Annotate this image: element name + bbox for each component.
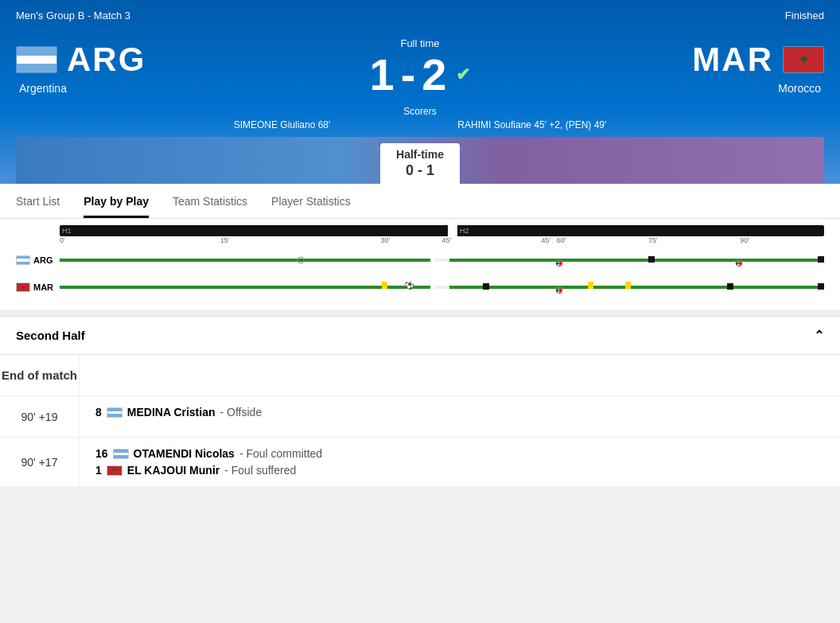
end-match-label: End of match [2, 368, 77, 382]
otamendi-event-type: - Foul committed [239, 447, 322, 460]
event-row-9017: 90' +17 16 OTAMENDI Nicolas - Foul commi… [0, 438, 840, 487]
morocco-star: ✦ [798, 51, 810, 68]
argentina-flag [17, 47, 56, 72]
otamendi-flag [113, 449, 129, 459]
event-detail-9017: 16 OTAMENDI Nicolas - Foul committed 1 ✦… [80, 438, 338, 486]
tab-team-statistics[interactable]: Team Statistics [173, 184, 247, 218]
mar-yellow-h2 [588, 282, 593, 289]
team-away: ✦ MAR Morocco [665, 41, 824, 95]
arg-track-h2 [449, 259, 824, 262]
mar-timeline-row: ✦ MAR ⚽ [16, 275, 824, 300]
team-away-info: ✦ MAR [692, 41, 824, 79]
scorers-row: SIMEONE Giuliano 68' RAHIMI Soufiane 45'… [16, 119, 824, 130]
medina-number: 8 [95, 406, 102, 419]
match-info: Men's Group B - Match 3 [16, 10, 130, 21]
match-header: Men's Group B - Match 3 Finished ARG Arg… [0, 0, 840, 184]
score-away: 2 [422, 53, 446, 97]
match-meta: Men's Group B - Match 3 Finished [16, 10, 824, 21]
half2-label: H2 [460, 227, 469, 235]
event-player-elkajoui: 1 ✦ EL KAJOUI Munir - Foul suffered [95, 464, 322, 477]
score-display: 1 - 2 ✔ [370, 53, 471, 97]
full-time-label: Full time [400, 37, 439, 49]
arg-event-h2d [818, 256, 824, 263]
arg-sub-h2c [734, 256, 744, 271]
event-time-end: End of match [0, 355, 80, 395]
team-away-flag: ✦ [783, 46, 824, 73]
arg-sub-h2a [554, 256, 564, 271]
match-status: Finished [785, 10, 824, 21]
event-time-9019: 90' +19 [0, 396, 80, 437]
morocco-flag: ✦ [784, 47, 823, 72]
mar-sub-h2 [554, 283, 564, 298]
event-time-9017-label: 90' +17 [21, 456, 58, 469]
score-center: Full time 1 - 2 ✔ [175, 37, 665, 97]
team-home: ARG Argentina [16, 41, 175, 95]
elkajoui-event-type: - Foul suffered [224, 464, 296, 477]
halftime-band: Half-time 0 - 1 [16, 137, 824, 184]
medina-flag [107, 407, 122, 418]
halftime-score: 0 - 1 [396, 162, 444, 179]
mar-sq-h2a [483, 283, 489, 290]
otamendi-name: OTAMENDI Nicolas [134, 447, 235, 460]
tab-player-statistics[interactable]: Player Statistics [271, 184, 351, 218]
mar-ball-h1: ⚽ [404, 281, 414, 290]
away-scorer: RAHIMI Soufiane 45' +2, (PEN) 49' [457, 119, 606, 130]
mar-track-h1: ⚽ [60, 286, 430, 289]
scorers-label: Scorers [16, 106, 824, 117]
halftime-title: Half-time [396, 148, 444, 161]
halftime-box: Half-time 0 - 1 [380, 143, 460, 184]
team-home-name: Argentina [16, 82, 67, 95]
tab-start-list[interactable]: Start List [16, 184, 60, 218]
arg-timeline-row: ARG [16, 247, 824, 273]
score-dash: - [401, 53, 416, 97]
event-time-9019-label: 90' +19 [21, 411, 58, 423]
tabs-section: Start List Play by Play Team Statistics … [0, 184, 840, 219]
mar-sq-h2b [727, 283, 733, 290]
team-away-code: MAR [692, 41, 773, 79]
mar-sq-h2c [818, 283, 824, 290]
event-detail-end [80, 355, 111, 395]
tab-play-by-play[interactable]: Play by Play [84, 184, 149, 218]
event-player-medina: 8 MEDINA Cristian - Offside [95, 406, 262, 419]
event-section: End of match 90' +19 8 MEDINA Cristian -… [0, 355, 840, 487]
event-player-otamendi: 16 OTAMENDI Nicolas - Foul committed [95, 447, 322, 460]
second-half-label: Second Half [16, 329, 85, 342]
mar-code: MAR [33, 282, 53, 292]
arg-code: ARG [33, 255, 52, 265]
arg-event-h2b [648, 256, 655, 263]
elkajoui-number: 1 [95, 464, 102, 477]
team-home-code: ARG [67, 41, 146, 79]
arg-track-h1 [60, 259, 430, 262]
tabs: Start List Play by Play Team Statistics … [16, 184, 824, 218]
team-away-name: Morocco [778, 82, 824, 95]
half2-bar: H2 [457, 225, 824, 236]
elkajoui-name: EL KAJOUI Munir [127, 464, 220, 477]
mar-label: ✦ MAR [16, 282, 60, 292]
timeline-section: H1 H2 0' 15' 30' 45' 45' 60' 75' 90' [0, 219, 840, 310]
mar-gap [434, 286, 449, 289]
home-scorer: SIMEONE Giuliano 68' [234, 119, 331, 130]
otamendi-number: 16 [95, 447, 108, 460]
score-home: 1 [370, 53, 395, 97]
scorers-section: Scorers SIMEONE Giuliano 68' RAHIMI Souf… [16, 106, 824, 137]
arg-gap [434, 259, 449, 262]
medina-name: MEDINA Cristian [127, 406, 216, 419]
event-detail-9019: 8 MEDINA Cristian - Offside [80, 396, 278, 437]
half1-label: H1 [62, 227, 72, 235]
score-section: ARG Argentina Full time 1 - 2 ✔ ✦ MAR [16, 29, 824, 101]
mar-yellow-h1 [382, 282, 387, 289]
mar-yellow2-h2 [625, 282, 631, 289]
event-time-9017: 90' +17 [0, 438, 80, 486]
arg-sub-h1 [297, 256, 305, 264]
medina-event-type: - Offside [220, 406, 262, 419]
second-half-header[interactable]: Second Half ⌃ [0, 316, 840, 355]
elkajoui-flag: ✦ [107, 465, 122, 476]
arg-label: ARG [16, 255, 60, 265]
event-row-9019: 90' +19 8 MEDINA Cristian - Offside [0, 396, 840, 438]
mar-track-h2 [449, 286, 824, 289]
event-row-end-match: End of match [0, 355, 840, 396]
chevron-up-icon: ⌃ [814, 328, 824, 343]
score-check-icon: ✔ [456, 66, 470, 84]
team-home-flag [16, 46, 57, 73]
team-home-info: ARG [16, 41, 146, 79]
